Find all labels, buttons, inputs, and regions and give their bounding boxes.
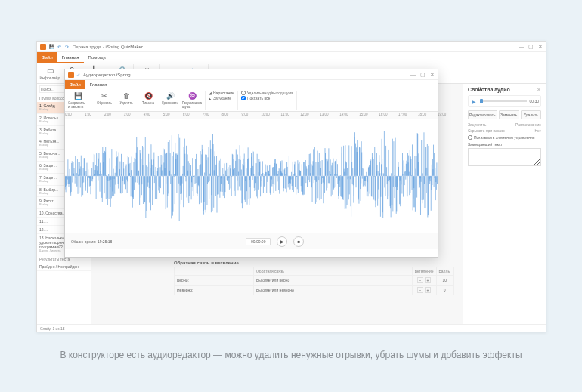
close-props-icon[interactable]: ✕ <box>537 87 541 93</box>
ruler-tick: 3:00 <box>124 113 131 116</box>
duration-label: 00:30 <box>529 99 539 103</box>
properties-panel: ✕ Свойства аудио ▶ 00:30 Редактировать З… <box>463 84 546 324</box>
volume-icon: 🔊 <box>166 91 175 100</box>
statusbar: Слайд 1 из 13 <box>37 324 546 332</box>
show-controls-checkbox[interactable] <box>468 135 472 140</box>
ruler-tick: 1:00 <box>85 113 91 116</box>
ae-minimize-icon[interactable]: — <box>410 72 416 78</box>
play-icon[interactable]: ▶ <box>470 97 478 105</box>
waveform-canvas[interactable] <box>65 119 438 233</box>
delete-button[interactable]: Удалить <box>521 110 541 119</box>
undo-icon[interactable]: ↶ <box>56 44 62 50</box>
redo-icon[interactable]: ↷ <box>63 44 70 50</box>
alt-text-input[interactable] <box>468 148 541 166</box>
ruler-tick: 11:00 <box>280 113 289 116</box>
ae-titlebar: ⤢ Аудиоредактор iSpring — ▢ ✕ <box>65 69 438 80</box>
minus-icon[interactable]: − <box>417 277 423 283</box>
ae-maximize-icon[interactable]: ▢ <box>420 72 426 78</box>
minus-icon[interactable]: − <box>417 287 423 293</box>
ruler-tick: 16:00 <box>379 113 387 116</box>
ae-close-icon[interactable]: ✕ <box>430 72 435 78</box>
infoslide-button[interactable]: ▭Инфослайд <box>40 66 60 80</box>
ae-expand-icon[interactable]: ⤢ <box>76 72 80 77</box>
ae-window-title: Аудиоредактор iSpring <box>83 73 410 77</box>
replace-button[interactable]: Заменить <box>499 110 519 119</box>
caption-text: В конструкторе есть аудиоредактор — можн… <box>0 349 582 362</box>
ruler-tick: 5:00 <box>163 113 170 116</box>
ruler-tick: 8:00 <box>222 113 229 116</box>
edit-button[interactable]: Редактировать <box>468 110 497 119</box>
ribbon-tabs: Файл Главная Помощь <box>37 52 546 63</box>
remove-noise-checkbox[interactable] <box>241 91 246 95</box>
play-button[interactable]: ▶ <box>277 236 287 247</box>
window-title: Охрана труда - iSpring QuizMaker <box>73 45 519 49</box>
ae-tab-file[interactable]: Файл <box>65 80 85 89</box>
tab-home[interactable]: Главная <box>57 52 84 63</box>
ruler-tick: 6:00 <box>183 113 190 116</box>
ae-ribbon: 💾Сохранить и закрыть ✂Обрезать 🗑Удалить … <box>65 89 438 112</box>
fade-out-button[interactable]: Затухание <box>213 96 231 100</box>
results-item[interactable]: Пройден / Не пройден <box>37 263 91 271</box>
alt-text-label: Замещающий текст: <box>468 142 541 147</box>
ruler-tick: 10:00 <box>261 113 269 116</box>
ruler-tick: 2:00 <box>104 113 111 116</box>
ruler-tick: 15:00 <box>359 113 367 116</box>
ruler-tick: 4:00 <box>144 113 150 116</box>
save-icon: 💾 <box>73 91 82 100</box>
audio-editor-window: ⤢ Аудиоредактор iSpring — ▢ ✕ Файл Главн… <box>64 69 438 258</box>
ae-app-icon <box>68 72 74 78</box>
save-close-button[interactable]: 💾Сохранить и закрыть <box>68 91 88 109</box>
silence-button[interactable]: 🔇Тишина <box>138 91 158 105</box>
ruler-tick: 9:00 <box>242 113 249 116</box>
audio-player: ▶ 00:30 <box>468 95 541 107</box>
tab-file[interactable]: Файл <box>37 52 57 63</box>
hide-label: Скрывать при показе <box>468 128 505 133</box>
show-all-checkbox[interactable] <box>241 96 246 100</box>
plus-icon[interactable]: + <box>425 287 431 293</box>
normalize-button[interactable]: ♒Регулировка шума <box>182 91 202 109</box>
props-title: Свойства аудио <box>468 87 541 92</box>
ruler-tick: 7:00 <box>203 113 209 116</box>
plus-icon[interactable]: + <box>425 277 431 283</box>
app-icon <box>40 44 46 50</box>
ruler-tick: 19:00 <box>438 113 446 116</box>
tab-help[interactable]: Помощь <box>84 52 110 63</box>
fade-in-icon: ◢ <box>209 91 212 95</box>
total-time-label: Общее время: 19:25:18 <box>71 239 112 244</box>
ruler-tick: 18:00 <box>418 113 426 116</box>
slide-counter: Слайд 1 из 13 <box>40 326 65 331</box>
time-ruler[interactable]: 0:001:002:003:004:005:006:007:008:009:00… <box>65 112 438 119</box>
ruler-tick: 17:00 <box>398 113 407 116</box>
feedback-row: Верно:Вы ответили верно−+10 <box>175 276 454 286</box>
trim-button[interactable]: 🗑Удалить <box>116 91 136 105</box>
ae-ribbon-tabs: Файл Главная <box>65 80 438 89</box>
ruler-tick: 12:00 <box>300 113 308 116</box>
feedback-table: Обратная связь Ветвление Баллы Верно:Вы … <box>174 267 454 295</box>
equalizer-icon: ♒ <box>187 91 197 100</box>
stop-button[interactable]: ■ <box>293 236 304 247</box>
playback-bar: Общее время: 19:25:18 00:00:00 ▶ ■ <box>65 233 438 249</box>
maximize-icon[interactable]: ▢ <box>528 44 534 50</box>
mute-icon: 🔇 <box>144 91 153 100</box>
close-icon[interactable]: ✕ <box>538 44 543 50</box>
volume-button[interactable]: 🔊Громкость <box>160 91 180 105</box>
cut-button[interactable]: ✂Обрезать <box>94 91 114 105</box>
save-icon[interactable]: 💾 <box>48 44 54 50</box>
feedback-title: Обратная связь и ветвление <box>174 261 454 265</box>
seek-track[interactable] <box>480 100 527 102</box>
quick-access-toolbar: 💾 ↶ ↷ <box>48 44 70 50</box>
fade-out-icon: ◣ <box>209 96 212 100</box>
main-titlebar: 💾 ↶ ↷ Охрана труда - iSpring QuizMaker —… <box>37 42 546 52</box>
slide-icon: ▭ <box>45 66 54 76</box>
trash-icon: 🗑 <box>122 91 131 100</box>
fade-in-button[interactable]: Нарастание <box>213 91 234 95</box>
minimize-icon[interactable]: — <box>519 44 524 50</box>
ae-tab-home[interactable]: Главная <box>85 80 112 89</box>
feedback-row: Неверно:Вы ответили неверно−+0 <box>175 286 454 295</box>
ruler-tick: 13:00 <box>320 113 328 116</box>
loop-label: Зациклить <box>468 122 486 127</box>
ruler-tick: 14:00 <box>339 113 348 116</box>
current-time: 00:00:00 <box>246 238 271 245</box>
feedback-panel: Обратная связь и ветвление Обратная связ… <box>174 261 454 295</box>
scissors-icon: ✂ <box>100 91 109 100</box>
